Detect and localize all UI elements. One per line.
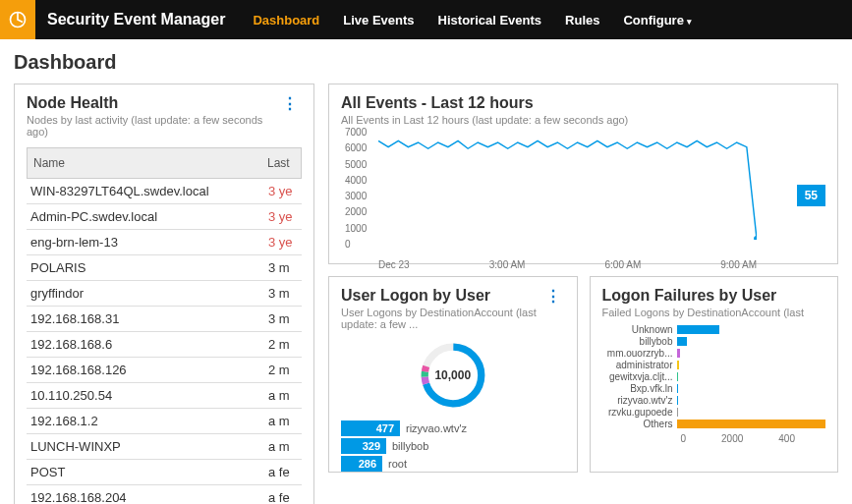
bar-value: 329: [341, 438, 386, 454]
col-last: Last: [265, 148, 301, 178]
donut-center: 10,000: [434, 368, 471, 382]
kebab-menu-icon[interactable]: ⋮: [278, 94, 302, 113]
node-last: 2 m: [266, 332, 302, 357]
table-row[interactable]: 192.168.168.62 m: [27, 332, 302, 358]
failure-label: gewitxvja.cljt...: [602, 371, 677, 382]
nav-dashboard[interactable]: Dashboard: [253, 13, 319, 28]
svg-point-1: [754, 236, 757, 240]
failure-label: Others: [602, 419, 677, 429]
failure-track: [677, 372, 826, 381]
table-row[interactable]: 192.168.168.1262 m: [27, 358, 302, 383]
node-last: 3 m: [266, 281, 302, 306]
failure-track: [677, 384, 826, 393]
table-row[interactable]: POSTa fe: [27, 460, 302, 485]
failure-bar-row[interactable]: rzvku.gupoede: [602, 407, 826, 418]
all-events-subtitle: All Events in Last 12 hours (last update…: [341, 114, 825, 126]
node-last: a m: [266, 409, 302, 433]
logon-bar-row[interactable]: 477rizyvao.wtv'z: [341, 420, 565, 436]
col-name: Name: [28, 148, 265, 178]
failure-label: mm.ouorzryb...: [602, 348, 677, 359]
app-logo[interactable]: [0, 0, 35, 39]
bar-value: 286: [341, 456, 382, 472]
logon-bar-row[interactable]: 329billybob: [341, 438, 565, 454]
x-tick: 400: [778, 433, 795, 444]
failure-track: [677, 361, 826, 369]
logon-failures-panel: Logon Failures by User Failed Logons by …: [590, 276, 839, 473]
user-logon-subtitle: User Logons by DestinationAccount (last …: [341, 307, 541, 330]
table-row[interactable]: 192.168.168.204a fe: [27, 485, 302, 504]
node-last: 3 ye: [266, 230, 302, 254]
failure-bar-row[interactable]: rizyvao.wtv'z: [602, 395, 826, 406]
all-events-panel: All Events - Last 12 hours All Events in…: [328, 84, 838, 264]
app-title: Security Event Manager: [47, 11, 225, 28]
failure-track: [677, 349, 826, 358]
node-name: WIN-83297LT64QL.swdev.local: [27, 179, 266, 203]
x-tick: 2000: [721, 433, 743, 444]
table-row[interactable]: WIN-83297LT64QL.swdev.local3 ye: [27, 179, 302, 204]
node-health-title: Node Health: [27, 94, 278, 112]
node-health-subtitle: Nodes by last activity (last update: a f…: [27, 114, 278, 138]
y-tick: 4000: [345, 174, 367, 185]
failure-label: rzvku.gupoede: [602, 407, 677, 418]
nav-historical-events[interactable]: Historical Events: [438, 13, 542, 28]
node-name: 192.168.168.6: [27, 332, 266, 357]
table-row[interactable]: eng-brn-lem-133 ye: [27, 230, 302, 255]
failure-track: [677, 325, 826, 334]
y-tick: 7000: [345, 127, 367, 138]
node-health-table: Name Last WIN-83297LT64QL.swdev.local3 y…: [27, 147, 302, 504]
bar-label: rizyvao.wtv'z: [406, 422, 467, 434]
nav-configure[interactable]: Configure▾: [623, 13, 691, 28]
failure-label: Bxp.vfk.ln: [602, 383, 677, 394]
failure-bar-row[interactable]: Unknown: [602, 324, 826, 335]
node-name: Admin-PC.swdev.local: [27, 204, 266, 229]
table-row[interactable]: LUNCH-WINXPa m: [27, 434, 302, 460]
nav-rules[interactable]: Rules: [565, 13, 599, 28]
node-health-panel: Node Health Nodes by last activity (last…: [14, 84, 314, 504]
nav-live-events[interactable]: Live Events: [343, 13, 414, 28]
y-tick: 2000: [345, 206, 367, 217]
node-name: gryffindor: [27, 281, 266, 306]
node-last: 3 m: [266, 307, 302, 331]
failure-label: billybob: [602, 336, 677, 347]
table-row[interactable]: gryffindor3 m: [27, 281, 302, 307]
y-tick: 6000: [345, 142, 367, 153]
donut-chart[interactable]: 10,000: [416, 338, 490, 413]
x-tick: Dec 23: [378, 259, 410, 270]
node-last: a fe: [266, 460, 302, 484]
node-name: 192.168.168.31: [27, 307, 266, 331]
legend-badge[interactable]: 55: [797, 185, 825, 206]
y-tick: 0: [345, 239, 351, 250]
table-row[interactable]: 192.168.168.313 m: [27, 307, 302, 332]
nav-menu: DashboardLive EventsHistorical EventsRul…: [253, 13, 691, 28]
failure-track: [677, 337, 826, 346]
node-last: a fe: [266, 485, 302, 504]
all-events-chart[interactable]: 01000200030004000500060007000 55: [341, 132, 825, 255]
failure-bar-row[interactable]: Bxp.vfk.ln: [602, 383, 826, 394]
failure-fill: [677, 384, 678, 393]
node-last: 2 m: [266, 358, 302, 382]
failure-bar-row[interactable]: Others: [602, 419, 826, 429]
failure-track: [677, 396, 826, 405]
table-row[interactable]: 192.168.1.2a m: [27, 409, 302, 434]
table-row[interactable]: Admin-PC.swdev.local3 ye: [27, 204, 302, 230]
failure-label: rizyvao.wtv'z: [602, 395, 677, 406]
failure-bar-row[interactable]: mm.ouorzryb...: [602, 348, 826, 359]
node-name: 192.168.1.2: [27, 409, 266, 433]
failure-label: Unknown: [602, 324, 677, 335]
x-tick: 3:00 AM: [489, 259, 526, 270]
node-name: 192.168.168.204: [27, 485, 266, 504]
failure-bar-row[interactable]: gewitxvja.cljt...: [602, 371, 826, 382]
kebab-menu-icon[interactable]: ⋮: [541, 287, 565, 306]
y-tick: 3000: [345, 191, 367, 201]
table-header[interactable]: Name Last: [27, 147, 302, 179]
table-row[interactable]: 10.110.250.54a m: [27, 383, 302, 409]
failure-bar-row[interactable]: administrator: [602, 360, 826, 370]
failure-track: [677, 408, 826, 417]
y-tick: 1000: [345, 222, 367, 233]
logo-icon: [8, 10, 28, 29]
x-tick: 0: [681, 433, 687, 444]
logon-bar-row[interactable]: 286root: [341, 456, 565, 472]
x-tick: 6:00 AM: [605, 259, 642, 270]
table-row[interactable]: POLARIS3 m: [27, 255, 302, 281]
failure-bar-row[interactable]: billybob: [602, 336, 826, 347]
